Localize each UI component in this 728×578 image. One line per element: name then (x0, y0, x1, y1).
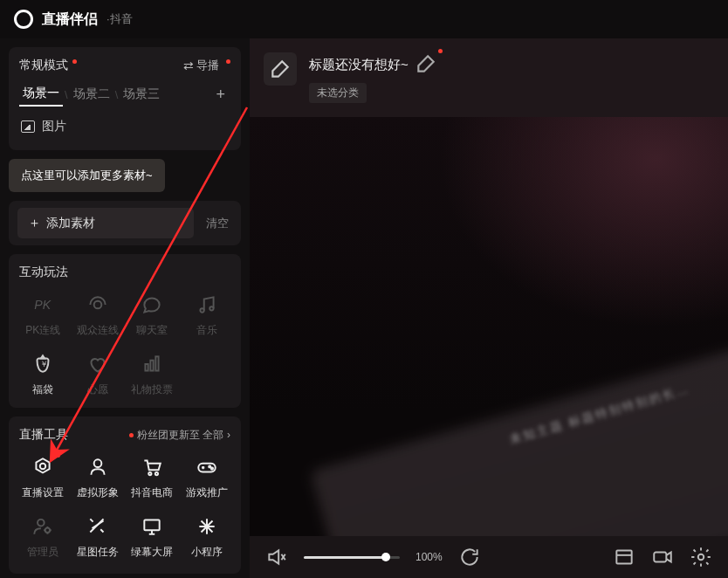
star-task-icon (86, 514, 110, 539)
refresh-button[interactable] (458, 546, 481, 568)
add-material-tooltip: 点这里可以添加更多素材~ (9, 159, 165, 192)
pk-icon: PK (31, 292, 55, 317)
settings-gear-button[interactable] (690, 546, 712, 568)
item-lucky-bag[interactable]: ￥ 福袋 (19, 352, 67, 397)
preview-canvas[interactable]: 未知主题 标题特别特别的长… (250, 117, 728, 536)
material-actions: ＋ 添加素材 清空 (9, 201, 241, 245)
svg-text:￥: ￥ (40, 360, 48, 368)
item-miniapp[interactable]: 小程序 (183, 514, 231, 560)
screen-icon (140, 514, 164, 539)
add-scene-button[interactable]: + (210, 84, 230, 106)
interactive-title: 互动玩法 (19, 265, 230, 280)
main-area: 标题还没有想好~ 未选分类 未知主题 标题特别特别的长… (250, 38, 728, 578)
item-gift-vote[interactable]: 礼物投票 (128, 352, 176, 397)
notification-dot-icon (72, 59, 77, 64)
camera-icon (651, 546, 674, 568)
scene-tab-3[interactable]: 场景三 (120, 83, 163, 106)
svg-rect-4 (146, 364, 148, 371)
bottom-controls: 100% (250, 536, 728, 578)
scene-tab-1[interactable]: 场景一 (19, 82, 63, 107)
svg-point-2 (209, 306, 213, 310)
item-chatroom[interactable]: 聊天室 (128, 292, 176, 338)
stream-title: 标题还没有想好~ (309, 57, 409, 73)
item-live-settings[interactable]: 直播设置 (19, 455, 67, 500)
settings-icon (31, 455, 55, 479)
mute-button[interactable] (265, 546, 288, 568)
scene-tabs: 场景一 \ 场景二 \ 场景三 + (19, 82, 230, 107)
item-green-screen[interactable]: 绿幕大屏 (128, 514, 176, 560)
app-title: 直播伴侣 (42, 10, 98, 29)
svg-point-10 (155, 472, 158, 475)
admin-icon (31, 514, 55, 539)
edit-title-button[interactable] (415, 52, 437, 78)
app-logo-icon (14, 10, 33, 29)
gear-icon (690, 546, 712, 568)
add-material-button[interactable]: ＋ 添加素材 (17, 208, 194, 238)
svg-point-13 (211, 468, 213, 470)
scene-tab-2[interactable]: 场景二 (70, 83, 113, 106)
svg-point-19 (698, 554, 704, 561)
app-subtitle: ·抖音 (106, 11, 133, 27)
gamepad-icon (195, 455, 219, 479)
notification-dot-icon (129, 433, 134, 437)
clear-button[interactable]: 清空 (203, 210, 232, 237)
chevron-right-icon: › (227, 429, 230, 441)
camera-button[interactable] (651, 546, 674, 568)
guide-button[interactable]: ⇄ 导播 (183, 58, 230, 73)
volume-slider[interactable] (304, 556, 400, 559)
music-icon (195, 292, 219, 317)
tools-panel: 直播工具 粉丝团更新至 全部 › 直播设置 虚拟形象 (9, 416, 241, 574)
item-wish[interactable]: 心愿 (74, 352, 122, 397)
tools-title: 直播工具 (19, 427, 68, 443)
avatar-icon (86, 455, 110, 479)
speaker-icon (265, 546, 288, 568)
notification-dot-icon (226, 59, 230, 64)
svg-point-12 (209, 465, 210, 467)
fans-update-link[interactable]: 粉丝团更新至 全部 › (129, 428, 230, 443)
bag-icon: ￥ (31, 352, 55, 376)
edit-icon (269, 58, 292, 80)
svg-rect-18 (654, 553, 666, 562)
sidebar: 常规模式 ⇄ 导播 场景一 \ 场景二 \ 场景三 + 图片 (0, 38, 250, 578)
notification-dot-icon (438, 49, 443, 53)
layout-icon (613, 546, 635, 568)
item-audience-link[interactable]: 观众连线 (74, 292, 122, 338)
wish-icon (86, 352, 110, 376)
link-icon (86, 292, 110, 317)
item-star-task[interactable]: 星图任务 (74, 514, 122, 560)
category-selector[interactable]: 未选分类 (309, 83, 367, 103)
titlebar: 直播伴侣 ·抖音 (0, 0, 728, 38)
swap-icon: ⇄ (183, 58, 194, 72)
svg-rect-6 (156, 356, 159, 370)
svg-rect-5 (151, 361, 154, 371)
miniapp-icon (195, 514, 219, 539)
layout-button[interactable] (613, 546, 635, 568)
volume-label: 100% (416, 551, 443, 563)
cart-icon (140, 455, 164, 479)
notification-dot-icon (56, 453, 60, 458)
svg-rect-17 (616, 550, 631, 563)
chat-icon (140, 292, 164, 317)
plus-icon: ＋ (28, 215, 41, 231)
svg-point-14 (38, 520, 45, 526)
source-item-image[interactable]: 图片 (19, 114, 230, 140)
svg-point-7 (40, 464, 46, 470)
item-admin[interactable]: 管理员 (19, 514, 67, 560)
scenes-panel: 常规模式 ⇄ 导播 场景一 \ 场景二 \ 场景三 + 图片 (9, 47, 241, 150)
item-game-promo[interactable]: 游戏推广 (183, 455, 231, 500)
svg-point-9 (148, 472, 151, 475)
item-music[interactable]: 音乐 (183, 292, 231, 338)
item-pk[interactable]: PK PK连线 (19, 292, 67, 338)
svg-rect-16 (145, 520, 160, 530)
svg-point-1 (200, 308, 203, 312)
svg-text:PK: PK (35, 298, 52, 312)
mode-selector[interactable]: 常规模式 (19, 58, 77, 73)
interactive-panel: 互动玩法 PK PK连线 观众连线 聊天室 音乐 (9, 254, 241, 408)
edit-cover-button[interactable] (264, 52, 297, 86)
image-icon (21, 120, 35, 133)
svg-point-8 (93, 459, 101, 467)
item-ecommerce[interactable]: 抖音电商 (128, 455, 176, 500)
svg-point-15 (45, 528, 50, 533)
item-virtual-avatar[interactable]: 虚拟形象 (74, 455, 122, 500)
refresh-icon (458, 546, 481, 568)
